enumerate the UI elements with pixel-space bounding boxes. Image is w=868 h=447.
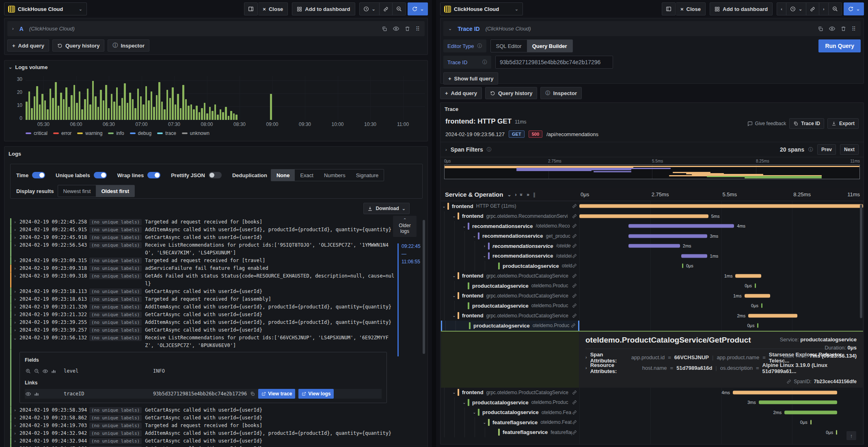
- add-to-dashboard-button[interactable]: Add to dashboard: [710, 2, 773, 15]
- span-link-icon[interactable]: [572, 243, 579, 248]
- chevron-down-icon[interactable]: ⌄: [471, 234, 477, 238]
- logs-volume-title[interactable]: ⌄Logs volume: [9, 64, 48, 70]
- split-pane-button[interactable]: [662, 2, 676, 15]
- log-row[interactable]: ›2024-02-19 09:23:18.113(no unique label…: [10, 288, 396, 295]
- trace-minimap[interactable]: [444, 165, 860, 179]
- span-link-icon[interactable]: [572, 234, 579, 239]
- chevron-down-icon[interactable]: ⌄: [451, 293, 457, 298]
- chevron-right-icon[interactable]: ›: [482, 244, 488, 248]
- dedup-option-signature[interactable]: Signature: [351, 169, 384, 181]
- span-name-cell[interactable]: ⌄frontendgrpc.oteldemo.ProductCatalogSer…: [441, 388, 579, 398]
- copy-icon[interactable]: [250, 391, 255, 396]
- collapse-all-icon[interactable]: »: [519, 193, 525, 196]
- trace-id-button[interactable]: Trace ID: [789, 118, 824, 129]
- inspector-button[interactable]: ⓘInspector: [540, 87, 582, 99]
- time-toggle[interactable]: [32, 172, 45, 178]
- chevron-right-icon[interactable]: ›: [14, 241, 19, 249]
- span-name-cell[interactable]: ›recommendationservice/otelde: [441, 241, 579, 251]
- span-duration-bar[interactable]: [745, 294, 771, 297]
- log-row[interactable]: ›2024-02-19 09:23:09.315(no unique label…: [10, 257, 396, 265]
- log-row[interactable]: ›2024-02-19 09:23:21.322(no unique label…: [10, 311, 396, 319]
- span-timeline-cell[interactable]: 4ms: [579, 388, 863, 398]
- span-row[interactable]: ⌄frontendgrpc.oteldemo.ProductCatalogSer…: [441, 291, 863, 301]
- chevron-right-icon[interactable]: ›: [14, 295, 19, 303]
- chevron-right-icon[interactable]: ›: [14, 303, 19, 311]
- chevron-down-icon[interactable]: ⌄: [482, 254, 488, 258]
- wrap-lines-toggle[interactable]: [147, 172, 160, 178]
- log-row[interactable]: ›2024-02-19 09:24:32.942(no unique label…: [10, 430, 396, 437]
- drag-handle-icon[interactable]: ⠿: [852, 26, 856, 32]
- export-button[interactable]: Export: [827, 118, 859, 129]
- span-duration-bar[interactable]: [755, 284, 756, 288]
- chevron-right-icon[interactable]: ›: [14, 445, 19, 447]
- span-link-icon[interactable]: [572, 313, 579, 318]
- span-duration-bar[interactable]: [682, 264, 683, 268]
- run-query-button[interactable]: Run Query: [818, 39, 861, 52]
- span-duration-bar[interactable]: [628, 224, 734, 228]
- span-name-cell[interactable]: ⌄frontendgrpc.oteldemo.RecommendationSer…: [441, 211, 579, 221]
- span-link-icon[interactable]: [572, 224, 579, 228]
- run-refresh-button[interactable]: ⌄: [844, 2, 864, 15]
- chevron-right-icon[interactable]: ›: [14, 319, 19, 326]
- chevron-down-icon[interactable]: ⌄: [461, 224, 467, 228]
- span-row[interactable]: ⌄recommendationservice/oteldemo.Reco4ms: [441, 221, 863, 231]
- span-name-cell[interactable]: ⌄frontendgrpc.oteldemo.ProductCatalogSer…: [441, 271, 579, 281]
- span-timeline-cell[interactable]: 0μs: [579, 281, 863, 291]
- give-feedback-link[interactable]: Give feedback: [747, 121, 786, 126]
- dedup-option-none[interactable]: None: [271, 169, 295, 181]
- prettify-json-toggle[interactable]: [209, 172, 222, 178]
- trace-scrollbar[interactable]: [860, 204, 862, 318]
- chevron-down-icon[interactable]: ⌄: [471, 410, 477, 414]
- span-row[interactable]: ⌄recommendationservice/oteldei1ms: [441, 251, 863, 261]
- log-row[interactable]: ›2024-02-19 09:23:39.255(no unique label…: [10, 319, 396, 326]
- log-row[interactable]: ›2024-02-19 09:22:45.918(no unique label…: [10, 234, 396, 241]
- expand-all-icon[interactable]: »: [527, 192, 529, 197]
- time-picker-button[interactable]: ⌄: [786, 2, 806, 15]
- stats-icon[interactable]: [34, 391, 39, 396]
- add-query-button[interactable]: +Add query: [7, 39, 49, 52]
- span-name-cell[interactable]: ⌄recommendationserviceget_produc: [441, 231, 579, 241]
- span-row[interactable]: ⌄frontendgrpc.oteldemo.ProductCatalogSer…: [441, 388, 863, 398]
- chevron-down-icon[interactable]: ⌄: [451, 273, 457, 278]
- span-link-icon[interactable]: [572, 400, 579, 405]
- span-row[interactable]: ›recommendationservice/otelde2ms: [441, 241, 863, 251]
- legend-item-debug[interactable]: debug: [130, 130, 151, 136]
- copy-icon[interactable]: [382, 26, 387, 32]
- stats-icon[interactable]: [51, 369, 56, 373]
- log-row[interactable]: ›2024-02-19 09:23:18.613(no unique label…: [10, 295, 396, 303]
- chevron-down-icon[interactable]: ⌄: [451, 313, 457, 318]
- chevron-right-icon[interactable]: ›: [14, 272, 19, 280]
- resource-attributes-row[interactable]: ›Resource Attributes:host.name=51d7989a6…: [585, 363, 857, 373]
- eye-icon[interactable]: [26, 391, 31, 397]
- share-link-button[interactable]: [806, 2, 819, 15]
- chevron-down-icon[interactable]: ⌄: [451, 214, 457, 218]
- span-id-row[interactable]: SpanID:7b23cec443156dfe: [786, 379, 857, 384]
- chevron-right-icon[interactable]: ›: [445, 148, 447, 152]
- span-name-cell[interactable]: ⌄recommendationservice/oteldemo.Reco: [441, 221, 579, 231]
- log-row[interactable]: ›2024-02-19 09:23:09.318(no unique label…: [10, 265, 396, 272]
- zoom-in-filter-icon[interactable]: [26, 369, 31, 374]
- log-row[interactable]: ›2024-02-19 09:24:32.944(no unique label…: [10, 437, 396, 445]
- eye-icon[interactable]: [829, 26, 835, 32]
- span-name-cell[interactable]: ⌄productcatalogserviceoteldemo.Produc: [441, 397, 579, 408]
- column-resize-handle[interactable]: ∥: [533, 192, 535, 197]
- order-option-oldest-first[interactable]: Oldest first: [96, 185, 134, 197]
- datasource-picker[interactable]: ClickHouse Cloud ⌄: [440, 2, 523, 15]
- log-row[interactable]: ›2024-02-19 09:22:56.543(no unique label…: [10, 241, 396, 257]
- time-picker-button[interactable]: ⌄: [359, 2, 380, 15]
- query-row-header[interactable]: › A (ClickHouse Cloud) ⠿: [7, 21, 425, 36]
- chevron-right-icon[interactable]: ›: [14, 218, 19, 226]
- span-row[interactable]: ⌄productcatalogserviceoteldemo.Produc3ms: [441, 397, 863, 408]
- log-row[interactable]: ›2024-02-19 09:23:09.318(no unique label…: [10, 272, 396, 288]
- chevron-right-icon[interactable]: ›: [14, 422, 19, 430]
- chevron-down-icon[interactable]: ⌄: [461, 400, 467, 405]
- log-row[interactable]: ›2024-02-19 09:23:58.862(no unique label…: [10, 414, 396, 422]
- span-duration-bar[interactable]: [628, 234, 707, 238]
- show-full-query-button[interactable]: +Show full query: [443, 72, 498, 85]
- span-name-cell[interactable]: productcatalogserviceoteld: [441, 261, 579, 271]
- info-icon[interactable]: ⓘ: [477, 43, 482, 50]
- split-pane-button[interactable]: [244, 2, 258, 15]
- span-timeline-cell[interactable]: [579, 201, 863, 211]
- span-duration-bar[interactable]: [733, 391, 837, 394]
- chevron-right-icon[interactable]: ›: [14, 257, 19, 265]
